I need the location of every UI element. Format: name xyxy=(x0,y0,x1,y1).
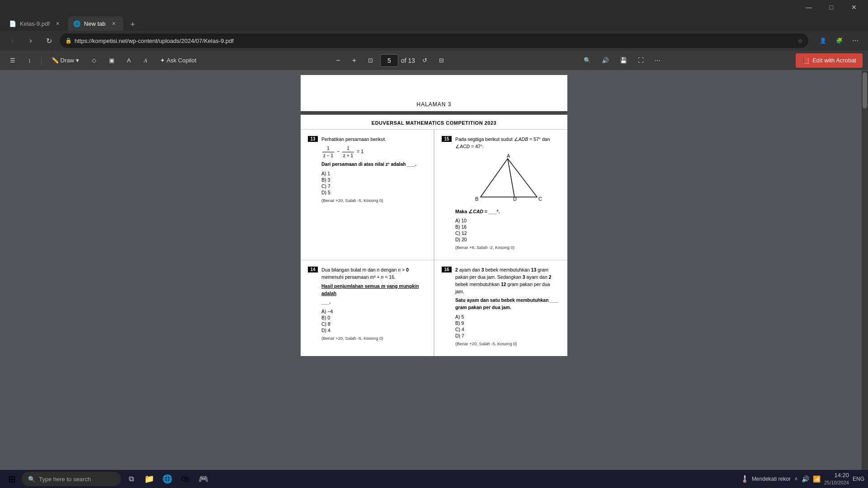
taskbar-time[interactable]: 14:20 25/10/2024 xyxy=(824,471,849,487)
tab-title-new: New tab xyxy=(84,20,106,27)
pdf-main-page: EDUVERSAL MATHEMATICS COMPETITION 2023 1… xyxy=(301,115,567,356)
store-icon: 🛍 xyxy=(181,474,189,484)
q14-opt-b: B) 0 xyxy=(321,315,426,320)
user-profile-button[interactable]: 👤 xyxy=(816,33,830,48)
time-display: 14:20 xyxy=(824,471,849,479)
triangle-svg: A B C D xyxy=(472,154,544,204)
tab-favicon-new: 🌐 xyxy=(73,20,80,27)
gamepad-button[interactable]: 🎮 xyxy=(195,471,212,487)
pdf-toolbar: ☰ ↕ ✏️ Draw ▾ ◇ ▣ A 𝐴 ✦ Ask Copilot − + … xyxy=(0,51,868,70)
windows-icon: ⊞ xyxy=(8,474,16,484)
file-explorer-button[interactable]: 📁 xyxy=(141,471,157,487)
q14-intro: Dua bilangan bulat m dan n dengan n > 0 … xyxy=(321,267,426,281)
q14-content: Dua bilangan bulat m dan n dengan n > 0 … xyxy=(321,267,426,341)
q14-opt-a: A) −4 xyxy=(321,309,426,314)
maximize-button[interactable]: □ xyxy=(821,0,842,14)
network-icon[interactable]: 📶 xyxy=(813,475,821,483)
refresh-button[interactable]: ↻ xyxy=(42,33,56,48)
tab-bar: 📄 Kelas-9.pdf ✕ 🌐 New tab ✕ + xyxy=(0,14,868,31)
svg-text:B: B xyxy=(475,196,478,202)
q16-scoring: (Benar +20, Salah -5, Kosong 0) xyxy=(455,341,560,346)
q14-opt-c: C) 8 xyxy=(321,321,426,327)
taskview-button[interactable]: ⧉ xyxy=(123,471,139,487)
erase-button[interactable]: ◇ xyxy=(87,53,101,68)
thermometer-icon: 🌡️ xyxy=(741,475,749,483)
store-button[interactable]: 🛍 xyxy=(177,471,193,487)
q13-options: A) 1 B) 3 C) 7 D) 5 xyxy=(321,171,426,195)
address-bar[interactable]: 🔒 https://kompetisi.net/wp-content/uploa… xyxy=(60,33,808,48)
fullscreen-button[interactable]: ⛶ xyxy=(633,53,648,68)
tab-close-pdf[interactable]: ✕ xyxy=(53,19,62,28)
edge-icon: 🌐 xyxy=(162,474,172,484)
highlight-button[interactable]: ▣ xyxy=(104,53,119,68)
window-controls: — □ ✕ xyxy=(798,0,864,14)
fit-page-button[interactable]: ⊡ xyxy=(363,53,377,68)
scrollbar[interactable] xyxy=(862,70,868,470)
edge-button[interactable]: 🌐 xyxy=(159,471,175,487)
triangle-diagram: A B C D xyxy=(455,154,560,205)
speaker-icon[interactable]: 🔊 xyxy=(802,475,809,483)
start-button[interactable]: ⊞ xyxy=(4,471,20,487)
back-button[interactable]: ‹ xyxy=(5,33,20,48)
q16-content: 2 ayam dan 3 bebek membutuhkan 13 gram p… xyxy=(455,267,560,346)
speech-button[interactable]: 🔊 xyxy=(597,53,613,68)
scroll-button[interactable]: ↕ xyxy=(24,53,36,68)
q13-opt-b: B) 3 xyxy=(321,177,426,183)
text-button[interactable]: A xyxy=(123,53,136,68)
chevron-icon[interactable]: ∧ xyxy=(794,476,798,482)
svg-line-1 xyxy=(508,159,514,197)
page-nav: − + ⊡ of 13 ↺ ⊟ xyxy=(331,53,448,68)
draw-button[interactable]: ✏️ Draw ▾ xyxy=(47,53,84,68)
question-15: 15 Pada segitiga berikut sudut ∠ADB = 57… xyxy=(434,130,567,260)
taskbar-right: 🌡️ Mendekati rekor ∧ 🔊 📶 14:20 25/10/202… xyxy=(741,471,864,487)
q16-opt-a: A) 5 xyxy=(455,314,560,319)
edit-acrobat-button[interactable]: 📕 Edit with Acrobat xyxy=(796,53,863,68)
q13-question: Dari persamaan di atas nilai z² adalah _… xyxy=(321,161,426,168)
minimize-button[interactable]: — xyxy=(798,0,819,14)
q15-options: A) 10 B) 16 C) 12 D) 20 xyxy=(455,218,560,242)
star-icon: ☆ xyxy=(797,38,803,44)
questions-grid: 13 Perhatikan persamaan berikut. 1 z − 1… xyxy=(301,130,567,356)
forward-button[interactable]: › xyxy=(24,33,38,48)
taskbar-search[interactable]: 🔍 Type here to search xyxy=(22,472,121,486)
q15-opt-d: D) 20 xyxy=(455,237,560,242)
date-display: 25/10/2024 xyxy=(824,479,849,486)
q13-scoring: (Benar +20, Salah -5, Kosong 0) xyxy=(321,198,426,203)
read-aloud-button[interactable]: 𝐴 xyxy=(139,53,152,68)
more-toolbar-button[interactable]: ⋯ xyxy=(650,53,665,68)
q15-opt-a: A) 10 xyxy=(455,218,560,223)
q15-num: 15 xyxy=(442,136,452,142)
tab-newtab[interactable]: 🌐 New tab ✕ xyxy=(68,16,124,31)
zoom-in-button[interactable]: + xyxy=(348,53,361,68)
q14-opt-d: D) 4 xyxy=(321,328,426,333)
q14-question: Hasil penjumlahan semua m yang mungkin a… xyxy=(321,283,426,297)
draw-chevron: ▾ xyxy=(76,57,79,64)
zoom-out-button[interactable]: − xyxy=(331,53,344,68)
edit-acrobat-label: Edit with Acrobat xyxy=(812,57,856,64)
settings-button[interactable]: ⋯ xyxy=(848,33,863,48)
q15-intro: Pada segitiga berikut sudut ∠ADB = 57° d… xyxy=(455,136,560,150)
q13-num: 13 xyxy=(308,136,318,142)
tab-close-new[interactable]: ✕ xyxy=(109,19,118,28)
pdf-wrapper: HALAMAN 3 EDUVERSAL MATHEMATICS COMPETIT… xyxy=(301,75,567,356)
toolbar-right-icons: 🔍 🔊 💾 ⛶ ⋯ xyxy=(579,53,665,68)
close-button[interactable]: ✕ xyxy=(844,0,864,14)
scrollbar-thumb[interactable] xyxy=(863,72,867,108)
q16-opt-b: B) 9 xyxy=(455,320,560,326)
tab-kelas9pdf[interactable]: 📄 Kelas-9.pdf ✕ xyxy=(4,16,68,31)
search-icon: 🔍 xyxy=(28,476,35,483)
rotate-button[interactable]: ↺ xyxy=(418,53,432,68)
search-toolbar-button[interactable]: 🔍 xyxy=(579,53,595,68)
extensions-button[interactable]: 🧩 xyxy=(832,33,846,48)
menu-button[interactable]: ☰ xyxy=(5,53,20,68)
layout-button[interactable]: ⊟ xyxy=(434,53,448,68)
pdf-content: HALAMAN 3 EDUVERSAL MATHEMATICS COMPETIT… xyxy=(0,70,868,470)
page-of-label: of 13 xyxy=(401,57,415,64)
frac1: 1 z − 1 xyxy=(322,145,334,159)
q13-content: Perhatikan persamaan berikut. 1 z − 1 − … xyxy=(321,136,426,203)
new-tab-button[interactable]: + xyxy=(125,18,140,31)
page-input[interactable] xyxy=(380,54,398,67)
ask-copilot-button[interactable]: ✦ Ask Copilot xyxy=(156,53,201,68)
frac2: 1 z + 1 xyxy=(342,145,354,159)
save-button[interactable]: 💾 xyxy=(615,53,632,68)
